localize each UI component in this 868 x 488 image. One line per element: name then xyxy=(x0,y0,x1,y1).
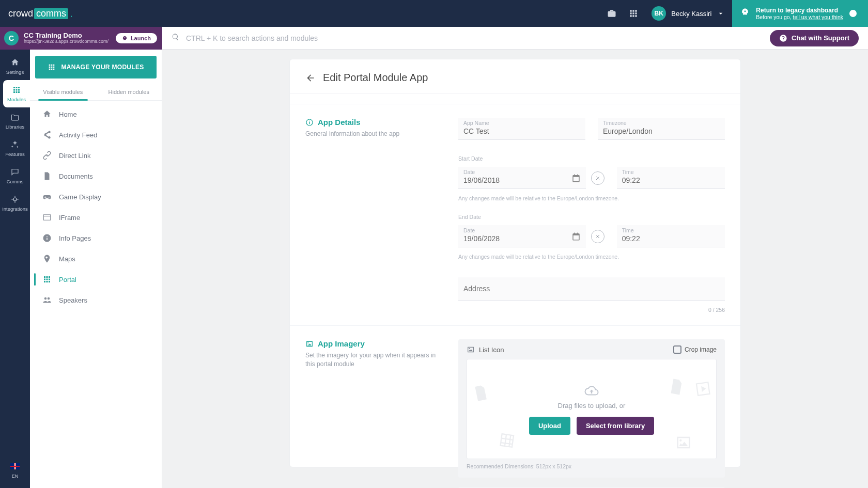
project-chip: C CC Training Demo https://jtn-3e2d8.app… xyxy=(0,27,162,50)
chevron-down-icon xyxy=(717,9,725,18)
nav-label: Comms xyxy=(7,179,24,184)
calendar-icon[interactable] xyxy=(571,174,581,185)
apps-icon xyxy=(48,63,56,71)
nav-settings[interactable]: Settings xyxy=(0,53,30,80)
timezone-helper: Any changes made will be relative to the… xyxy=(458,195,725,201)
module-label: Maps xyxy=(59,255,75,263)
module-maps[interactable]: Maps xyxy=(30,248,162,269)
module-label: Documents xyxy=(59,172,93,180)
briefcase-icon[interactable] xyxy=(601,0,623,27)
list-icon-label: List Icon xyxy=(479,346,504,354)
legacy-subtitle: Before you go, tell us what you think xyxy=(756,14,843,21)
panel-title: Edit Portal Module App xyxy=(323,72,428,84)
crop-image-toggle[interactable]: Crop image xyxy=(673,345,717,354)
module-label: Home xyxy=(59,111,77,118)
clear-end-date-button[interactable] xyxy=(591,230,605,243)
chat-support-button[interactable]: Chat with Support xyxy=(770,30,859,46)
module-label: Info Pages xyxy=(59,234,91,242)
logo-text-2: comms xyxy=(34,8,68,19)
time-label: Time xyxy=(622,169,634,175)
module-documents[interactable]: Documents xyxy=(30,166,162,186)
dropzone[interactable]: Drag files to upload, or Upload Select f… xyxy=(467,359,717,459)
launch-button[interactable]: Launch xyxy=(116,33,157,43)
section-title: App Imagery xyxy=(318,339,365,348)
manage-modules-button[interactable]: MANAGE YOUR MODULES xyxy=(35,56,157,78)
timezone-label: Timezone xyxy=(603,120,627,126)
logo: crowdcomms. xyxy=(8,8,73,19)
manage-modules-label: MANAGE YOUR MODULES xyxy=(61,64,144,71)
chat-support-label: Chat with Support xyxy=(792,34,849,42)
module-game-display[interactable]: Game Display xyxy=(30,186,162,207)
checkbox-icon xyxy=(673,345,681,354)
end-date-label: End Date xyxy=(458,214,725,220)
help-icon xyxy=(779,34,787,42)
rocket-icon xyxy=(740,8,750,19)
ghost-play-icon xyxy=(693,379,714,401)
top-header: crowdcomms. BK Becky Kassiri Return to l… xyxy=(0,0,868,27)
timezone-helper: Any changes made will be relative to the… xyxy=(458,254,725,260)
info-icon xyxy=(305,118,314,127)
module-label: Activity Feed xyxy=(59,131,97,139)
tab-hidden-modules[interactable]: Hidden modules xyxy=(96,84,162,100)
end-date-input[interactable] xyxy=(458,225,586,247)
start-date-input[interactable] xyxy=(458,167,586,189)
avatar: BK xyxy=(652,6,666,21)
primary-nav: Settings Modules Libraries Features Comm… xyxy=(0,50,30,488)
address-charcount: 0 / 256 xyxy=(458,307,725,313)
nav-label: Libraries xyxy=(6,124,24,130)
project-badge-icon: C xyxy=(4,31,19,45)
recommended-dimensions: Recommended Dimensions: 512px x 512px xyxy=(467,463,717,469)
context-bar: C CC Training Demo https://jtn-3e2d8.app… xyxy=(0,27,868,50)
legacy-dashboard-link[interactable]: Return to legacy dashboard Before you go… xyxy=(732,0,868,27)
module-sidebar: MANAGE YOUR MODULES Visible modules Hidd… xyxy=(30,50,162,488)
ghost-grid-icon xyxy=(497,431,517,452)
module-activity-feed[interactable]: Activity Feed xyxy=(30,124,162,145)
launch-label: Launch xyxy=(131,35,151,41)
user-menu[interactable]: BK Becky Kassiri xyxy=(644,0,732,27)
date-label: Date xyxy=(463,169,475,175)
nav-features[interactable]: Features xyxy=(0,135,30,162)
legacy-indicator-icon xyxy=(849,10,857,17)
module-label: IFrame xyxy=(59,214,80,222)
module-speakers[interactable]: Speakers xyxy=(30,290,162,310)
nav-label: Integrations xyxy=(2,206,28,212)
language-selector[interactable]: EN xyxy=(10,457,20,488)
address-input[interactable] xyxy=(458,277,725,301)
module-portal[interactable]: Portal xyxy=(30,269,162,290)
global-search-input[interactable] xyxy=(186,34,764,42)
back-button[interactable] xyxy=(305,73,316,83)
module-iframe[interactable]: IFrame xyxy=(30,207,162,228)
select-from-library-button[interactable]: Select from library xyxy=(577,417,654,435)
date-label: Date xyxy=(463,227,475,233)
user-name: Becky Kassiri xyxy=(671,10,711,18)
project-title: CC Training Demo xyxy=(24,32,111,39)
apps-icon[interactable] xyxy=(623,0,644,27)
image-icon xyxy=(467,345,475,354)
start-date-label: Start Date xyxy=(458,155,725,162)
module-label: Game Display xyxy=(59,193,101,201)
lang-code: EN xyxy=(10,474,20,479)
image-icon xyxy=(305,340,314,348)
nav-comms[interactable]: Comms xyxy=(0,162,30,190)
search-icon xyxy=(172,33,180,43)
module-home[interactable]: Home xyxy=(30,104,162,124)
module-label: Portal xyxy=(59,276,76,284)
upload-button[interactable]: Upload xyxy=(529,417,570,435)
ghost-image-icon xyxy=(675,434,692,453)
calendar-icon[interactable] xyxy=(571,232,581,243)
main-content: Edit Portal Module App App Details Gener… xyxy=(162,50,868,488)
nav-label: Features xyxy=(5,151,25,157)
module-label: Speakers xyxy=(59,296,87,304)
edit-panel: Edit Portal Module App App Details Gener… xyxy=(289,59,741,467)
module-direct-link[interactable]: Direct Link xyxy=(30,145,162,166)
clear-start-date-button[interactable] xyxy=(591,171,605,185)
logo-text-1: crowd xyxy=(8,8,33,19)
project-url: https://jtn-3e2d8.apps.crowdcomms.com/ xyxy=(24,39,111,44)
nav-modules[interactable]: Modules xyxy=(3,80,30,107)
tab-visible-modules[interactable]: Visible modules xyxy=(30,84,96,100)
nav-label: Settings xyxy=(6,69,24,75)
nav-integrations[interactable]: Integrations xyxy=(0,190,30,217)
flag-uk-icon xyxy=(10,463,20,469)
module-info-pages[interactable]: Info Pages xyxy=(30,228,162,248)
nav-libraries[interactable]: Libraries xyxy=(0,107,30,135)
